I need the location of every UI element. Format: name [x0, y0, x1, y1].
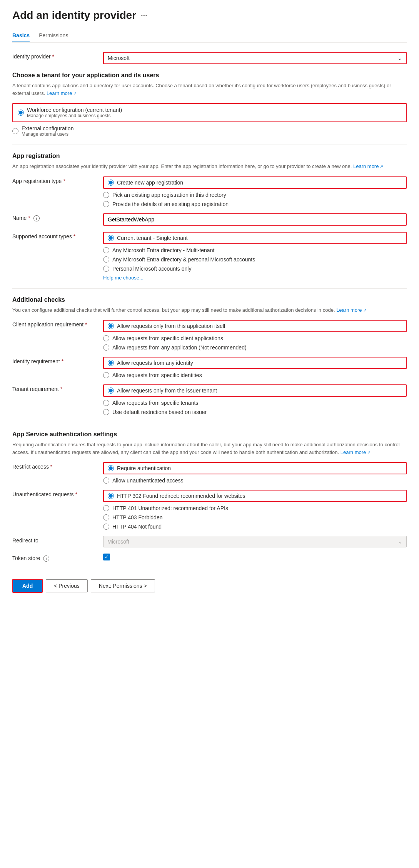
external-label: External configuration: [22, 125, 73, 131]
name-field: [103, 213, 407, 226]
any-app-option[interactable]: Allow requests from any application (Not…: [103, 344, 407, 351]
http404-option[interactable]: HTTP 404 Not found: [103, 524, 407, 530]
restrict-access-row: Restrict access * Require authentication…: [12, 462, 407, 484]
create-new-option[interactable]: Create new app registration: [108, 180, 183, 186]
app-itself-option-box: Allow requests only from this applicatio…: [103, 320, 407, 332]
name-label: Name * i: [12, 213, 97, 221]
app-reg-type-label: App registration type *: [12, 176, 97, 184]
http401-label: HTTP 401 Unauthorized: recommended for A…: [112, 505, 228, 511]
personal-only-label: Personal Microsoft accounts only: [112, 266, 191, 272]
specific-apps-option[interactable]: Allow requests from specific client appl…: [103, 335, 407, 341]
any-identity-option-box: Allow requests from any identity: [103, 357, 407, 369]
additional-checks-title: Additional checks: [12, 296, 407, 303]
add-button[interactable]: Add: [12, 579, 43, 593]
account-types-field: Current tenant - Single tenant Any Micro…: [103, 232, 407, 281]
app-service-auth-title: App Service authentication settings: [12, 431, 407, 438]
account-types-row: Supported account types * Current tenant…: [12, 232, 407, 281]
token-store-info-icon[interactable]: i: [43, 555, 49, 562]
specific-tenants-option[interactable]: Allow requests from specific tenants: [103, 400, 407, 406]
tenant-learn-more-link[interactable]: Learn more: [47, 90, 77, 96]
tenant-section-title: Choose a tenant for your application and…: [12, 72, 407, 79]
token-store-row: Token store i ✓: [12, 554, 407, 562]
tab-permissions[interactable]: Permissions: [39, 29, 68, 42]
identity-req-options: Allow requests from any identity Allow r…: [103, 357, 407, 378]
single-tenant-option-box: Current tenant - Single tenant: [103, 232, 407, 244]
account-types-options: Current tenant - Single tenant Any Micro…: [103, 232, 407, 281]
http401-option[interactable]: HTTP 401 Unauthorized: recommended for A…: [103, 505, 407, 511]
redirect-to-label: Redirect to: [12, 536, 97, 544]
single-tenant-option[interactable]: Current tenant - Single tenant: [108, 235, 188, 241]
client-app-req-options: Allow requests only from this applicatio…: [103, 320, 407, 351]
any-identity-label: Allow requests from any identity: [117, 360, 193, 366]
redirect-to-field: Microsoft ⌄: [103, 536, 407, 547]
help-me-choose-link[interactable]: Help me choose...: [103, 275, 407, 281]
app-registration-section: App registration An app registration ass…: [12, 153, 407, 281]
tab-basics[interactable]: Basics: [12, 29, 30, 42]
redirect-to-row: Redirect to Microsoft ⌄: [12, 536, 407, 547]
multi-tenant-label: Any Microsoft Entra directory - Multi-te…: [112, 247, 214, 253]
any-app-label: Allow requests from any application (Not…: [112, 344, 247, 351]
identity-provider-row: Identity provider * Microsoft ⌄: [12, 52, 407, 64]
workforce-option[interactable]: Workforce configuration (current tenant)…: [18, 107, 401, 118]
previous-button[interactable]: < Previous: [46, 579, 88, 592]
http403-label: HTTP 403 Forbidden: [112, 514, 162, 520]
identity-provider-dropdown[interactable]: Microsoft ⌄: [103, 52, 407, 64]
chevron-down-icon: ⌄: [398, 539, 402, 545]
unauth-requests-options: HTTP 302 Found redirect: recommended for…: [103, 490, 407, 530]
account-types-label: Supported account types *: [12, 232, 97, 239]
allow-unauth-label: Allow unauthenticated access: [112, 477, 183, 484]
require-auth-label: Require authentication: [117, 465, 171, 471]
specific-identities-option[interactable]: Allow requests from specific identities: [103, 372, 407, 378]
restrict-access-field: Require authentication Allow unauthentic…: [103, 462, 407, 484]
additional-checks-learn-more-link[interactable]: Learn more: [336, 307, 367, 313]
app-service-auth-learn-more-link[interactable]: Learn more: [341, 449, 371, 455]
identity-provider-field: Microsoft ⌄: [103, 52, 407, 64]
tab-bar: Basics Permissions: [12, 29, 407, 43]
name-info-icon[interactable]: i: [33, 215, 40, 221]
token-store-checkbox[interactable]: ✓: [103, 554, 110, 560]
app-reg-desc: An app registration associates your iden…: [12, 163, 407, 170]
create-new-label: Create new app registration: [117, 180, 183, 186]
workforce-label: Workforce configuration (current tenant): [27, 107, 122, 113]
next-button[interactable]: Next: Permissions >: [91, 579, 155, 592]
token-store-field: ✓: [103, 554, 407, 560]
http302-label: HTTP 302 Found redirect: recommended for…: [117, 493, 245, 499]
app-itself-option[interactable]: Allow requests only from this applicatio…: [108, 323, 225, 329]
external-option[interactable]: External configuration Manage external u…: [12, 125, 407, 137]
issuer-tenant-option[interactable]: Allow requests only from the issuer tena…: [108, 387, 217, 394]
require-auth-option[interactable]: Require authentication: [108, 465, 171, 471]
any-identity-option[interactable]: Allow requests from any identity: [108, 360, 193, 366]
provide-details-option[interactable]: Provide the details of an existing app r…: [103, 201, 407, 207]
app-reg-title: App registration: [12, 153, 407, 160]
app-reg-type-row: App registration type * Create new app r…: [12, 176, 407, 207]
require-auth-option-box: Require authentication: [103, 462, 407, 474]
pick-existing-option[interactable]: Pick an existing app registration in thi…: [103, 192, 407, 198]
multi-personal-option[interactable]: Any Microsoft Entra directory & personal…: [103, 256, 407, 263]
allow-unauth-option[interactable]: Allow unauthenticated access: [103, 477, 407, 484]
pick-existing-label: Pick an existing app registration in thi…: [112, 192, 226, 198]
identity-req-row: Identity requirement * Allow requests fr…: [12, 357, 407, 378]
tenant-section: Choose a tenant for your application and…: [12, 72, 407, 137]
identity-req-field: Allow requests from any identity Allow r…: [103, 357, 407, 378]
http403-option[interactable]: HTTP 403 Forbidden: [103, 514, 407, 520]
restrict-access-label: Restrict access *: [12, 462, 97, 470]
multi-tenant-option[interactable]: Any Microsoft Entra directory - Multi-te…: [103, 247, 407, 253]
ellipsis-icon: ···: [141, 11, 147, 20]
tenant-req-options: Allow requests only from the issuer tena…: [103, 384, 407, 415]
specific-tenants-label: Allow requests from specific tenants: [112, 400, 198, 406]
issuer-tenant-option-box: Allow requests only from the issuer tena…: [103, 384, 407, 397]
unauth-requests-label: Unauthenticated requests *: [12, 490, 97, 497]
default-restrictions-option[interactable]: Use default restrictions based on issuer: [103, 409, 407, 415]
app-reg-learn-more-link[interactable]: Learn more: [353, 163, 384, 169]
http302-option[interactable]: HTTP 302 Found redirect: recommended for…: [108, 493, 245, 499]
create-new-option-box: Create new app registration: [103, 176, 407, 189]
specific-identities-label: Allow requests from specific identities: [112, 372, 202, 378]
additional-checks-section: Additional checks You can configure addi…: [12, 296, 407, 416]
personal-only-option[interactable]: Personal Microsoft accounts only: [103, 266, 407, 272]
client-app-req-label: Client application requirement *: [12, 320, 97, 328]
app-reg-type-options: Create new app registration Pick an exis…: [103, 176, 407, 207]
name-input[interactable]: [103, 213, 407, 226]
http404-label: HTTP 404 Not found: [112, 524, 162, 530]
token-store-label: Token store i: [12, 554, 97, 562]
specific-apps-label: Allow requests from specific client appl…: [112, 335, 223, 341]
